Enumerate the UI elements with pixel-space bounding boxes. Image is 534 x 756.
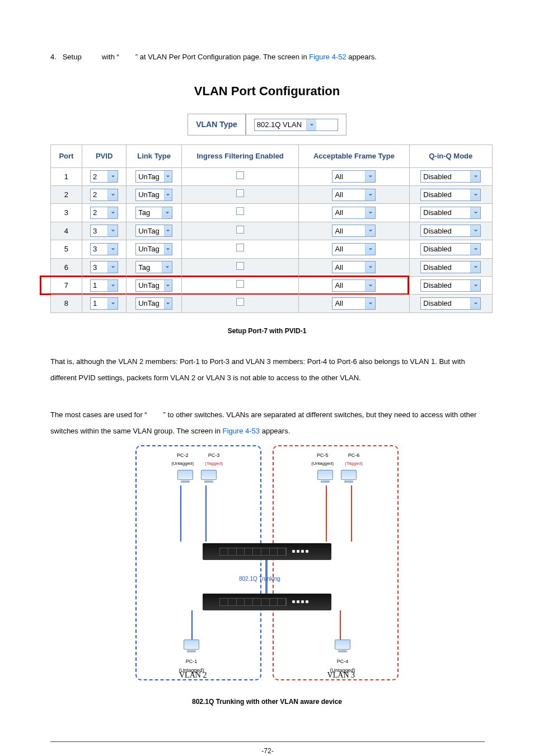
qinq-value: Disabled <box>421 279 470 292</box>
page-title: VLAN Port Configuration <box>50 80 484 102</box>
pvid-select[interactable]: 3 <box>90 261 118 273</box>
linktype-cell: UnTag <box>127 276 182 294</box>
chevron-down-icon <box>365 298 375 309</box>
pc-icon <box>177 470 193 483</box>
linktype-select[interactable]: Tag <box>135 207 172 219</box>
chevron-down-icon <box>470 171 480 182</box>
qinq-value: Disabled <box>421 242 470 255</box>
pvid-select[interactable]: 1 <box>90 297 118 310</box>
link-line <box>205 486 207 542</box>
ingress-checkbox[interactable] <box>236 244 244 251</box>
ingress-cell <box>181 185 298 203</box>
port-cell: 7 <box>51 276 82 294</box>
chevron-down-icon <box>107 171 118 182</box>
qinq-select[interactable]: Disabled <box>420 225 481 237</box>
figure-link-4-52: Figure 4-52 <box>309 53 346 61</box>
chevron-down-icon <box>162 262 172 273</box>
pvid-select[interactable]: 2 <box>90 189 118 201</box>
paragraph-explain: That is, although the VLAN 2 members: Po… <box>50 354 484 386</box>
chevron-down-icon <box>107 244 118 255</box>
chevron-down-icon <box>107 262 118 273</box>
linktype-select[interactable]: Tag <box>135 261 172 273</box>
qinq-value: Disabled <box>421 261 470 274</box>
qinq-select[interactable]: Disabled <box>420 261 481 273</box>
table-row: 22UnTagAllDisabled <box>51 185 493 203</box>
step-num: 4. <box>50 53 57 61</box>
accept-select[interactable]: All <box>332 243 376 255</box>
linktype-select[interactable]: UnTag <box>135 225 172 237</box>
accept-select[interactable]: All <box>332 279 376 292</box>
linktype-select[interactable]: UnTag <box>135 243 172 255</box>
linktype-select[interactable]: UnTag <box>135 189 172 201</box>
qinq-select[interactable]: Disabled <box>420 170 481 183</box>
accept-select[interactable]: All <box>332 261 376 273</box>
pvid-select[interactable]: 1 <box>90 279 118 292</box>
chevron-down-icon <box>107 189 118 200</box>
ingress-cell <box>181 167 298 185</box>
pvid-cell: 1 <box>82 295 127 312</box>
qinq-select[interactable]: Disabled <box>420 243 481 255</box>
ingress-cell <box>181 258 298 276</box>
col-accept: Acceptable Frame Type <box>299 145 409 167</box>
link-line <box>351 486 352 542</box>
qinq-select[interactable]: Disabled <box>420 297 481 310</box>
vlan-type-label: VLAN Type <box>188 114 246 136</box>
linktype-value: Tag <box>136 261 162 274</box>
ingress-checkbox[interactable] <box>236 298 244 306</box>
accept-select[interactable]: All <box>332 189 376 201</box>
accept-value: All <box>332 297 365 310</box>
linktype-value: UnTag <box>136 297 164 310</box>
linktype-select[interactable]: UnTag <box>135 279 172 292</box>
accept-select[interactable]: All <box>332 170 376 183</box>
chevron-down-icon <box>470 244 480 255</box>
accept-select[interactable]: All <box>332 207 376 219</box>
table-row: 12UnTagAllDisabled <box>51 167 493 185</box>
chevron-down-icon <box>365 225 375 236</box>
qinq-cell: Disabled <box>409 295 493 312</box>
ingress-checkbox[interactable] <box>236 262 244 270</box>
chevron-down-icon <box>164 298 172 309</box>
table-row: 32TagAllDisabled <box>51 204 493 222</box>
chevron-down-icon <box>164 280 172 291</box>
chevron-down-icon <box>107 298 118 309</box>
pc-icon <box>317 470 333 483</box>
pvid-select[interactable]: 2 <box>90 170 118 183</box>
pc-icon <box>201 470 217 483</box>
pvid-value: 3 <box>91 242 107 255</box>
qinq-select[interactable]: Disabled <box>420 207 481 219</box>
linktype-value: UnTag <box>136 170 164 183</box>
ingress-checkbox[interactable] <box>236 226 244 234</box>
linktype-select[interactable]: UnTag <box>135 170 172 183</box>
chevron-down-icon <box>365 207 375 218</box>
accept-cell: All <box>299 222 409 240</box>
ingress-checkbox[interactable] <box>236 280 244 288</box>
pc2-sub: (Untagged) <box>171 460 194 468</box>
col-qinq: Q-in-Q Mode <box>409 145 493 167</box>
caption-port7: Setup Port-7 with PVID-1 <box>50 325 484 338</box>
qinq-select[interactable]: Disabled <box>420 279 481 292</box>
ingress-cell <box>181 295 298 312</box>
accept-cell: All <box>299 240 409 258</box>
ingress-cell <box>181 240 298 258</box>
vlan-type-select[interactable]: 802.1Q VLAN <box>254 119 338 131</box>
qinq-value: Disabled <box>421 170 470 183</box>
step-rest: ” at VLAN Per Port Configuration page. T… <box>135 53 309 61</box>
qinq-select[interactable]: Disabled <box>420 189 481 201</box>
pvid-select[interactable]: 3 <box>90 243 118 255</box>
table-row: 53UnTagAllDisabled <box>51 240 493 258</box>
linktype-cell: UnTag <box>127 185 182 203</box>
pvid-select[interactable]: 3 <box>90 225 118 237</box>
chevron-down-icon <box>470 225 480 236</box>
ingress-checkbox[interactable] <box>236 207 244 215</box>
ingress-checkbox[interactable] <box>236 189 244 197</box>
chevron-down-icon <box>107 280 118 291</box>
switch-bottom-icon <box>203 594 331 610</box>
pvid-select[interactable]: 2 <box>90 207 118 219</box>
accept-select[interactable]: All <box>332 225 376 237</box>
qinq-cell: Disabled <box>409 276 493 294</box>
ingress-checkbox[interactable] <box>236 171 244 179</box>
qinq-value: Disabled <box>421 225 470 237</box>
linktype-select[interactable]: UnTag <box>135 297 172 310</box>
para2-c: appears. <box>260 427 290 435</box>
accept-select[interactable]: All <box>332 297 376 310</box>
